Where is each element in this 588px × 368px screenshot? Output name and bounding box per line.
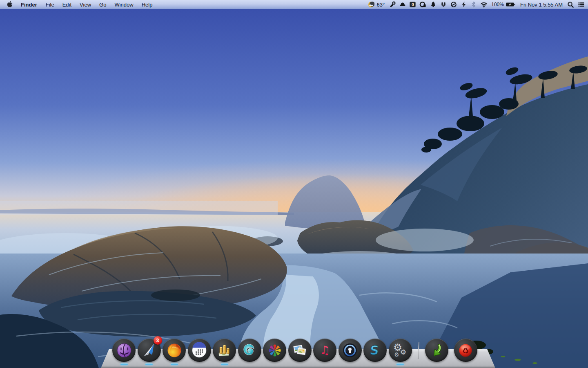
circle-slash-icon — [450, 1, 457, 8]
menu-edit[interactable]: Edit — [58, 0, 76, 9]
lock-circle-icon — [419, 1, 426, 8]
calendar-icon — [191, 342, 207, 359]
unread-badge: 3 — [154, 336, 162, 345]
dropbox-menu-extra[interactable] — [440, 0, 447, 9]
bell-menu-extra[interactable] — [430, 0, 437, 9]
dock-item-calendar[interactable] — [188, 339, 211, 362]
dock-item-finder[interactable] — [112, 339, 136, 362]
lightning-icon — [461, 1, 467, 8]
spiral-shell-icon — [241, 342, 258, 359]
menu-go[interactable]: Go — [95, 0, 110, 9]
svg-text:⚙: ⚙ — [400, 348, 406, 356]
clock-menu-extra[interactable]: Fri Nov 1 5:55 AM — [519, 0, 564, 9]
svg-text:♻: ♻ — [462, 346, 469, 355]
running-indicator — [120, 364, 128, 365]
svg-text:S: S — [369, 343, 379, 357]
svg-text:⚙: ⚙ — [394, 351, 399, 358]
battery-menu-extra[interactable]: 100% — [491, 0, 516, 9]
dock-item-nautilus-shell[interactable] — [238, 339, 261, 362]
battery-icon — [506, 1, 516, 8]
menu-file[interactable]: File — [42, 0, 58, 9]
music-note-icon: ♫ — [317, 342, 333, 359]
apple-logo-icon — [6, 0, 13, 9]
zero-badge-icon: 0 — [410, 2, 416, 7]
bowler-hat-icon — [399, 1, 406, 8]
key-menu-extra[interactable] — [389, 0, 396, 9]
dock-item-sparrow-mail[interactable]: 3 — [138, 339, 161, 362]
gears-icon: ⚙ ⚙ ⚙ ⚙ ⚙ ⚙ — [392, 342, 409, 359]
bowler-hat-menu-extra[interactable] — [399, 0, 406, 9]
bell-icon — [430, 1, 437, 8]
dock: 3 — [101, 349, 495, 368]
bluetooth-menu-extra[interactable] — [471, 0, 477, 9]
notification-list-icon — [578, 1, 585, 8]
svg-text:♫: ♫ — [320, 343, 330, 357]
menu-window-label: Window — [114, 2, 133, 8]
zero-badge-menu-extra[interactable]: 0 — [410, 0, 416, 9]
dock-item-photo-pinwheel[interactable] — [263, 339, 286, 362]
apple-menu[interactable] — [4, 0, 16, 9]
running-indicator — [221, 364, 228, 365]
dock-item-onepassword[interactable] — [339, 339, 362, 362]
paper-plane-icon — [141, 342, 157, 359]
dock-icons: 3 — [101, 339, 495, 362]
desktop: Finder File Edit View Go Window Help 63° — [0, 0, 588, 368]
bluetooth-icon — [471, 1, 477, 8]
menu-help-label: Help — [142, 2, 153, 8]
pinwheel-flower-icon — [267, 342, 283, 359]
lock-circle-menu-extra[interactable] — [419, 0, 426, 9]
dock-item-downloads[interactable] — [425, 339, 448, 362]
dock-divider — [418, 341, 419, 359]
menu-file-label: File — [46, 2, 54, 8]
spotlight-search-icon — [567, 1, 574, 8]
running-indicator — [171, 364, 178, 365]
menu-view-label: View — [80, 2, 91, 8]
menu-finder[interactable]: Finder — [16, 0, 42, 9]
menu-window[interactable]: Window — [110, 0, 137, 9]
dropbox-icon — [440, 1, 447, 8]
menu-bar-status: 63° 0 — [368, 0, 588, 9]
recycle-trash-icon: ♻ — [457, 342, 474, 359]
circle-slash-menu-extra[interactable] — [450, 0, 457, 9]
menu-go-label: Go — [99, 2, 106, 8]
weather-menu-extra[interactable]: 63° — [368, 0, 386, 9]
money-coins-icon — [216, 342, 233, 359]
menu-help[interactable]: Help — [138, 0, 157, 9]
weather-icon — [368, 1, 374, 8]
wifi-icon — [480, 1, 488, 8]
menu-edit-label: Edit — [62, 2, 71, 8]
letter-s-icon: S — [367, 342, 383, 359]
wifi-menu-extra[interactable] — [480, 0, 488, 9]
running-indicator — [396, 364, 404, 365]
battery-percent-label: 100% — [491, 2, 504, 7]
photos-stack-icon — [292, 342, 308, 359]
wallpaper-image — [0, 9, 588, 368]
menu-view[interactable]: View — [76, 0, 95, 9]
firefox-icon — [166, 342, 183, 359]
menu-bar: Finder File Edit View Go Window Help 63° — [0, 0, 588, 9]
dock-item-firefox[interactable] — [163, 339, 186, 362]
dock-item-gears-utility[interactable]: ⚙ ⚙ ⚙ ⚙ ⚙ ⚙ — [389, 339, 412, 362]
spotlight-menu-extra[interactable] — [567, 0, 574, 9]
menu-bar-left: Finder File Edit View Go Window Help — [0, 0, 156, 9]
menu-finder-label: Finder — [21, 2, 37, 8]
download-arrow-icon — [429, 342, 445, 359]
clock-label: Fri Nov 1 5:55 AM — [519, 2, 564, 8]
finder-icon — [116, 342, 132, 359]
dock-item-photos[interactable] — [288, 339, 312, 362]
notification-center-menu-extra[interactable] — [578, 0, 585, 9]
dock-item-trash[interactable]: ♻ — [454, 339, 477, 362]
keyhole-icon — [342, 342, 358, 359]
key-icon — [389, 1, 396, 8]
running-indicator — [145, 364, 153, 365]
lightning-menu-extra[interactable] — [461, 0, 467, 9]
dock-item-music[interactable]: ♫ — [313, 339, 336, 362]
dock-item-s-app[interactable]: S — [363, 339, 387, 362]
temperature-label: 63° — [376, 2, 386, 8]
dock-item-moneywell[interactable] — [213, 339, 236, 362]
